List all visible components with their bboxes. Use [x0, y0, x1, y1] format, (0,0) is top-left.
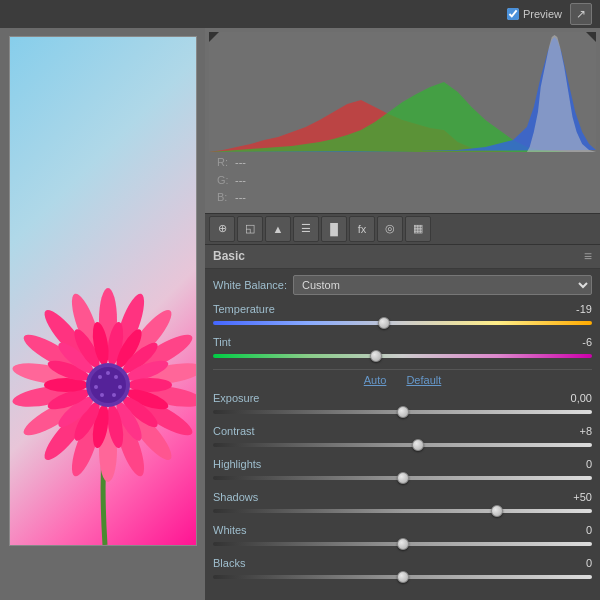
- blacks-track[interactable]: [213, 570, 592, 584]
- contrast-thumb[interactable]: [412, 439, 424, 451]
- grad-icon: ▐▌: [326, 223, 342, 235]
- exposure-header: Exposure 0,00: [213, 392, 592, 404]
- tint-bg: [213, 354, 592, 358]
- main-area: R: --- G: --- B: --- ⊕: [0, 28, 600, 600]
- top-bar: Preview ↗: [0, 0, 600, 28]
- photo-panel: [0, 28, 205, 600]
- whites-bg: [213, 542, 592, 546]
- corner-tr: [586, 32, 596, 42]
- whites-row: Whites 0: [213, 524, 592, 551]
- temperature-row: Temperature -19: [213, 303, 592, 330]
- svg-point-41: [112, 393, 116, 397]
- highlights-bg: [213, 476, 592, 480]
- blacks-bg: [213, 575, 592, 579]
- white-balance-select[interactable]: Custom As Shot Auto Daylight Cloudy Flas…: [293, 275, 592, 295]
- photo-frame: [9, 36, 197, 546]
- shadows-bg: [213, 509, 592, 513]
- g-value: ---: [235, 172, 246, 190]
- temperature-value: -19: [562, 303, 592, 315]
- temperature-label: Temperature: [213, 303, 275, 315]
- corner-tl: [209, 32, 219, 42]
- default-button[interactable]: Default: [406, 374, 441, 386]
- g-label: G:: [217, 172, 231, 190]
- whites-track[interactable]: [213, 537, 592, 551]
- highlights-value: 0: [562, 458, 592, 470]
- histogram-svg: [209, 32, 596, 152]
- flower-image: [9, 165, 197, 545]
- whites-label: Whites: [213, 524, 247, 536]
- wb-label: White Balance:: [213, 279, 287, 291]
- tint-thumb[interactable]: [370, 350, 382, 362]
- b-row: B: ---: [217, 189, 588, 207]
- rgb-values: R: --- G: --- B: ---: [209, 152, 596, 209]
- svg-point-39: [114, 375, 118, 379]
- adjustments-panel[interactable]: White Balance: Custom As Shot Auto Dayli…: [205, 269, 600, 600]
- svg-point-40: [118, 385, 122, 389]
- highlights-track[interactable]: [213, 471, 592, 485]
- globe-icon: ⊕: [218, 222, 227, 235]
- r-value: ---: [235, 154, 246, 172]
- temperature-track[interactable]: [213, 316, 592, 330]
- blacks-thumb[interactable]: [397, 571, 409, 583]
- fx-icon: fx: [358, 223, 367, 235]
- b-value: ---: [235, 189, 246, 207]
- whites-value: 0: [562, 524, 592, 536]
- divider-1: [213, 369, 592, 370]
- whites-header: Whites 0: [213, 524, 592, 536]
- highlights-header: Highlights 0: [213, 458, 592, 470]
- b-label: B:: [217, 189, 231, 207]
- app-container: Preview ↗: [0, 0, 600, 600]
- contrast-row: Contrast +8: [213, 425, 592, 452]
- highlights-row: Highlights 0: [213, 458, 592, 485]
- svg-point-42: [100, 393, 104, 397]
- auto-default-row: Auto Default: [213, 374, 592, 386]
- exposure-track[interactable]: [213, 405, 592, 419]
- tool-fx-button[interactable]: fx: [349, 216, 375, 242]
- contrast-value: +8: [562, 425, 592, 437]
- exposure-row: Exposure 0,00: [213, 392, 592, 419]
- auto-button[interactable]: Auto: [364, 374, 387, 386]
- photo-background: [10, 37, 196, 545]
- exposure-thumb[interactable]: [397, 406, 409, 418]
- tool-heal-button[interactable]: ▲: [265, 216, 291, 242]
- histogram-area: R: --- G: --- B: ---: [205, 28, 600, 213]
- highlights-label: Highlights: [213, 458, 261, 470]
- heal-icon: ▲: [273, 223, 284, 235]
- tint-value: -6: [562, 336, 592, 348]
- shadows-thumb[interactable]: [491, 505, 503, 517]
- temperature-thumb[interactable]: [378, 317, 390, 329]
- temperature-bg: [213, 321, 592, 325]
- panel-menu-icon[interactable]: ≡: [584, 248, 592, 264]
- contrast-label: Contrast: [213, 425, 255, 437]
- shadows-row: Shadows +50: [213, 491, 592, 518]
- contrast-header: Contrast +8: [213, 425, 592, 437]
- g-row: G: ---: [217, 172, 588, 190]
- blacks-value: 0: [562, 557, 592, 569]
- tint-track[interactable]: [213, 349, 592, 363]
- preview-checkbox[interactable]: [507, 8, 519, 20]
- blacks-header: Blacks 0: [213, 557, 592, 569]
- highlights-thumb[interactable]: [397, 472, 409, 484]
- exposure-value: 0,00: [562, 392, 592, 404]
- export-icon: ↗: [576, 7, 586, 21]
- shadows-value: +50: [562, 491, 592, 503]
- contrast-track[interactable]: [213, 438, 592, 452]
- preview-label[interactable]: Preview: [507, 8, 562, 20]
- presets-icon: ▦: [413, 222, 423, 235]
- export-button[interactable]: ↗: [570, 3, 592, 25]
- tool-camera-button[interactable]: ◎: [377, 216, 403, 242]
- r-row: R: ---: [217, 154, 588, 172]
- right-panel: R: --- G: --- B: --- ⊕: [205, 28, 600, 600]
- shadows-label: Shadows: [213, 491, 258, 503]
- preview-text: Preview: [523, 8, 562, 20]
- tool-presets-button[interactable]: ▦: [405, 216, 431, 242]
- tool-grad-button[interactable]: ▐▌: [321, 216, 347, 242]
- whites-thumb[interactable]: [397, 538, 409, 550]
- tool-crop-button[interactable]: ◱: [237, 216, 263, 242]
- shadows-track[interactable]: [213, 504, 592, 518]
- svg-point-43: [94, 385, 98, 389]
- exposure-label: Exposure: [213, 392, 259, 404]
- tool-redeye-button[interactable]: ☰: [293, 216, 319, 242]
- svg-point-38: [106, 371, 110, 375]
- tool-globe-button[interactable]: ⊕: [209, 216, 235, 242]
